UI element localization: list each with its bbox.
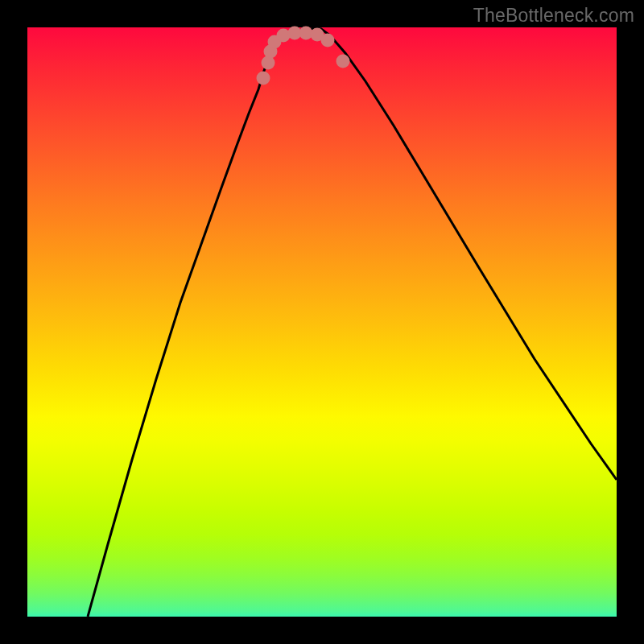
curve-layer [27,27,617,617]
trough-dot [321,34,335,47]
trough-dot [262,56,275,70]
bottleneck-curve [88,28,617,617]
chart-frame: TheBottleneck.com [0,0,644,644]
trough-dot [336,55,350,68]
trough-dot [277,29,291,43]
trough-dot [257,72,270,85]
trough-markers [257,27,350,85]
watermark-text: TheBottleneck.com [473,5,634,27]
